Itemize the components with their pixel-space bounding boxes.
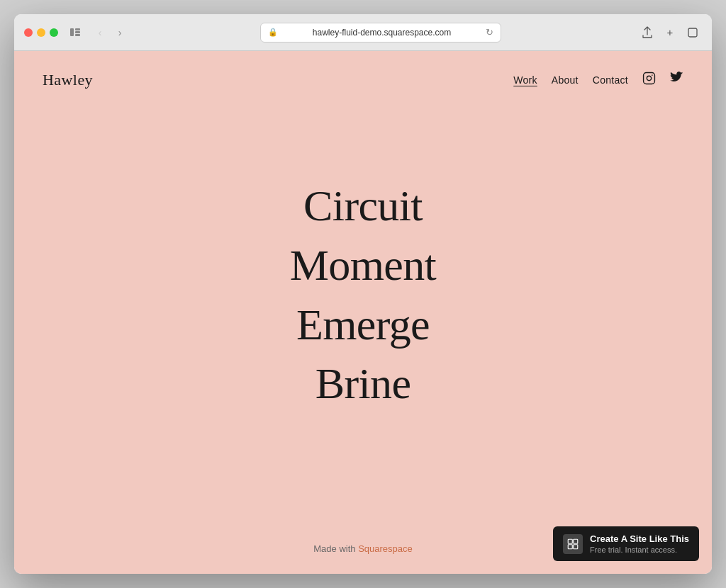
site-logo[interactable]: Hawley (43, 71, 93, 89)
svg-rect-11 (574, 544, 578, 548)
nav-link-work[interactable]: Work (513, 74, 537, 86)
address-bar-container: 🔒 hawley-fluid-demo.squarespace.com ↻ (135, 23, 627, 43)
traffic-lights (24, 28, 58, 37)
project-item-emerge[interactable]: Emerge (296, 295, 430, 355)
refresh-button[interactable]: ↻ (486, 27, 493, 38)
project-item-brine[interactable]: Brine (315, 354, 411, 414)
squarespace-link[interactable]: Squarespace (358, 543, 413, 554)
window-controls (68, 26, 82, 40)
new-tab-button[interactable]: + (661, 23, 679, 42)
instagram-icon[interactable] (642, 72, 656, 89)
svg-rect-4 (688, 28, 697, 37)
close-button[interactable] (24, 28, 33, 37)
sidebar-toggle-button[interactable] (68, 26, 82, 40)
site-nav: Work About Contact (513, 72, 683, 89)
svg-rect-2 (75, 31, 80, 33)
project-list: Circuit Moment Emerge Brine (290, 176, 436, 414)
svg-point-6 (647, 76, 651, 80)
nav-link-about[interactable]: About (552, 74, 579, 86)
svg-rect-10 (568, 544, 572, 548)
site-main: Circuit Moment Emerge Brine (14, 89, 712, 543)
project-item-circuit[interactable]: Circuit (303, 176, 423, 236)
lock-icon: 🔒 (268, 28, 278, 37)
tabs-overview-button[interactable] (683, 23, 702, 42)
page-content: Hawley Work About Contact (14, 51, 712, 574)
url-text: hawley-fluid-demo.squarespace.com (282, 28, 481, 38)
browser-chrome: ‹ › 🔒 hawley-fluid-demo.squarespace.com … (14, 14, 712, 51)
banner-text: Create A Site Like This Free trial. Inst… (590, 533, 689, 554)
svg-rect-9 (574, 539, 578, 543)
share-button[interactable] (638, 23, 657, 42)
address-bar[interactable]: 🔒 hawley-fluid-demo.squarespace.com ↻ (260, 23, 501, 43)
svg-point-7 (652, 74, 653, 76)
browser-actions: + (638, 23, 702, 42)
footer-made-with: Made with (313, 543, 358, 554)
nav-link-contact[interactable]: Contact (593, 74, 628, 86)
svg-rect-1 (75, 28, 80, 30)
squarespace-logo-icon (563, 534, 583, 554)
site-header: Hawley Work About Contact (14, 51, 712, 89)
svg-rect-5 (644, 73, 655, 84)
svg-rect-0 (70, 28, 74, 36)
svg-rect-8 (568, 539, 572, 543)
back-button[interactable]: ‹ (91, 23, 109, 42)
minimize-button[interactable] (37, 28, 45, 37)
forward-button[interactable]: › (111, 23, 129, 42)
nav-buttons: ‹ › (91, 23, 129, 42)
squarespace-banner[interactable]: Create A Site Like This Free trial. Inst… (553, 526, 699, 561)
svg-rect-3 (75, 34, 80, 36)
banner-title: Create A Site Like This (590, 533, 689, 544)
twitter-icon[interactable] (670, 72, 683, 89)
banner-subtitle: Free trial. Instant access. (590, 545, 689, 554)
fullscreen-button[interactable] (50, 28, 58, 37)
project-item-moment[interactable]: Moment (290, 236, 436, 295)
browser-window: ‹ › 🔒 hawley-fluid-demo.squarespace.com … (14, 14, 712, 574)
